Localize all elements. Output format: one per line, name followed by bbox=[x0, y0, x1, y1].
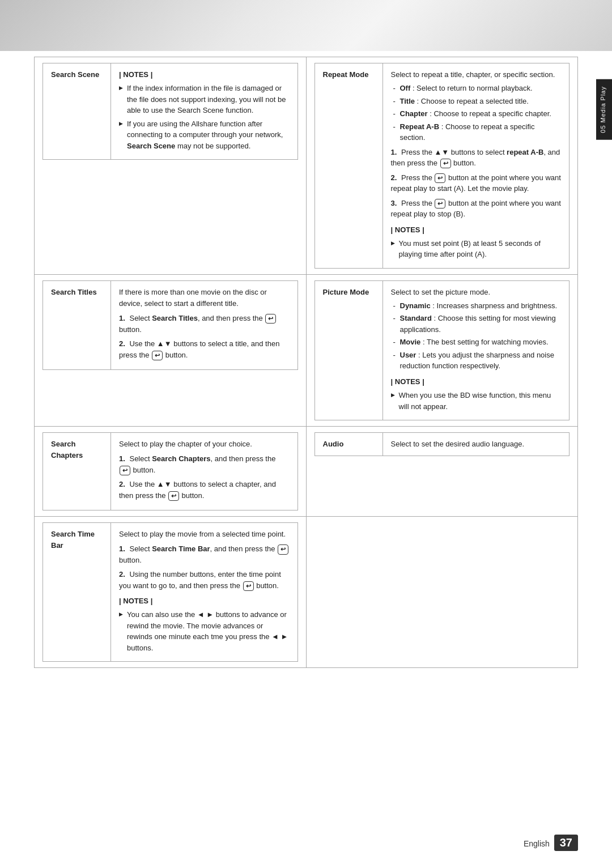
audio-text: Select to set the desired audio language… bbox=[391, 439, 562, 450]
search-timebar-cell: Search Time Bar Select to play the movie… bbox=[35, 517, 307, 668]
dash-item: User : Lets you adjust the sharpness and… bbox=[391, 350, 562, 372]
content-area: Search Scene | NOTES | If the index info… bbox=[0, 57, 612, 702]
search-titles-cell: Search Titles If there is more than one … bbox=[35, 274, 307, 426]
table-row: Search Scene | NOTES | If the index info… bbox=[35, 57, 578, 275]
table-row: SearchChapters Select to play the chapte… bbox=[35, 427, 578, 517]
step-item: 1. Press the ▲▼ buttons to select repeat… bbox=[391, 147, 562, 169]
note-item: If the index information in the file is … bbox=[119, 83, 290, 116]
timebar-notes: You can also use the ◄ ► buttons to adva… bbox=[119, 609, 290, 653]
repeat-mode-cell: Repeat Mode Select to repeat a title, ch… bbox=[306, 57, 578, 275]
page-background: 05 Media Play Search Scene | N bbox=[0, 0, 612, 868]
notes-header: | NOTES | bbox=[119, 69, 290, 80]
page-footer: English 37 bbox=[524, 835, 578, 851]
search-chapters-steps: 1. Select Search Chapters, and then pres… bbox=[119, 453, 290, 501]
note-item: When you use the BD wise function, this … bbox=[391, 390, 562, 412]
step-item: 1. Select Search Chapters, and then pres… bbox=[119, 453, 290, 475]
english-label: English bbox=[524, 839, 550, 848]
picture-intro: Select to set the picture mode. bbox=[391, 287, 562, 298]
dash-item: Dynamic : Increases sharpness and bright… bbox=[391, 300, 562, 312]
audio-cell: Audio Select to set the desired audio la… bbox=[306, 427, 578, 517]
repeat-mode-label: Repeat Mode bbox=[314, 63, 382, 269]
search-scene-content: | NOTES | If the index information in th… bbox=[111, 63, 298, 160]
audio-content: Select to set the desired audio language… bbox=[382, 433, 570, 456]
notes-header: | NOTES | bbox=[391, 224, 562, 236]
search-chapters-intro: Select to play the chapter of your choic… bbox=[119, 439, 290, 450]
step-item: 2. Using the number buttons, enter the t… bbox=[119, 569, 290, 591]
search-chapters-cell: SearchChapters Select to play the chapte… bbox=[35, 427, 307, 517]
notes-header: | NOTES | bbox=[119, 595, 290, 607]
search-titles-steps: 1. Select Search Titles, and then press … bbox=[119, 313, 290, 360]
search-chapters-label: SearchChapters bbox=[43, 433, 111, 510]
dash-item: Chapter : Choose to repeat a specific ch… bbox=[391, 108, 562, 120]
notes-header: | NOTES | bbox=[391, 376, 562, 388]
step-item: 3. Press the ↩ button at the point where… bbox=[391, 198, 562, 220]
search-scene-label: Search Scene bbox=[43, 63, 111, 160]
repeat-intro: Select to repeat a title, chapter, or sp… bbox=[391, 69, 562, 80]
table-row: Search Time Bar Select to play the movie… bbox=[35, 517, 578, 668]
picture-mode-cell: Picture Mode Select to set the picture m… bbox=[306, 274, 578, 426]
side-tab: 05 Media Play bbox=[596, 79, 612, 140]
search-chapters-content: Select to play the chapter of your choic… bbox=[111, 433, 298, 510]
step-item: 2. Use the ▲▼ buttons to select a chapte… bbox=[119, 479, 290, 501]
page-number: 37 bbox=[554, 835, 578, 851]
main-content-table: Search Scene | NOTES | If the index info… bbox=[34, 57, 578, 668]
step-item: 2. Press the ↩ button at the point where… bbox=[391, 172, 562, 194]
picture-mode-content: Select to set the picture mode. Dynamic … bbox=[382, 280, 570, 420]
picture-notes: When you use the BD wise function, this … bbox=[391, 390, 562, 412]
note-item: If you are using the Allshare function a… bbox=[119, 118, 290, 152]
repeat-mode-content: Select to repeat a title, chapter, or sp… bbox=[382, 63, 570, 269]
step-item: 1. Select Search Time Bar, and then pres… bbox=[119, 543, 290, 565]
audio-label: Audio bbox=[314, 433, 382, 456]
empty-right-cell bbox=[306, 517, 578, 668]
search-scene-cell: Search Scene | NOTES | If the index info… bbox=[35, 57, 307, 275]
repeat-steps: 1. Press the ▲▼ buttons to select repeat… bbox=[391, 147, 562, 220]
search-timebar-label: Search Time Bar bbox=[43, 523, 111, 662]
picture-mode-label: Picture Mode bbox=[314, 280, 382, 420]
repeat-dash-list: Off : Select to return to normal playbac… bbox=[391, 83, 562, 143]
dash-item: Movie : The best setting for watching mo… bbox=[391, 337, 562, 348]
timebar-steps: 1. Select Search Time Bar, and then pres… bbox=[119, 543, 290, 591]
search-titles-label: Search Titles bbox=[43, 280, 111, 369]
dash-item: Repeat A-B : Choose to repeat a specific… bbox=[391, 121, 562, 143]
search-titles-intro: If there is more than one movie on the d… bbox=[119, 287, 290, 309]
note-item: You can also use the ◄ ► buttons to adva… bbox=[119, 609, 290, 653]
top-decoration bbox=[0, 0, 612, 51]
repeat-notes: You must set point (B) at least 5 second… bbox=[391, 238, 562, 260]
dash-item: Title : Choose to repeat a selected titl… bbox=[391, 96, 562, 107]
dash-item: Off : Select to return to normal playbac… bbox=[391, 83, 562, 94]
dash-item: Standard : Choose this setting for most … bbox=[391, 313, 562, 335]
search-timebar-content: Select to play the movie from a selected… bbox=[111, 523, 298, 662]
step-item: 1. Select Search Titles, and then press … bbox=[119, 313, 290, 335]
table-row: Search Titles If there is more than one … bbox=[35, 274, 578, 426]
picture-dash-list: Dynamic : Increases sharpness and bright… bbox=[391, 300, 562, 372]
note-item: You must set point (B) at least 5 second… bbox=[391, 238, 562, 260]
step-item: 2. Use the ▲▼ buttons to select a title,… bbox=[119, 338, 290, 360]
search-scene-notes: If the index information in the file is … bbox=[119, 83, 290, 151]
timebar-intro: Select to play the movie from a selected… bbox=[119, 529, 290, 540]
search-titles-content: If there is more than one movie on the d… bbox=[111, 280, 298, 369]
